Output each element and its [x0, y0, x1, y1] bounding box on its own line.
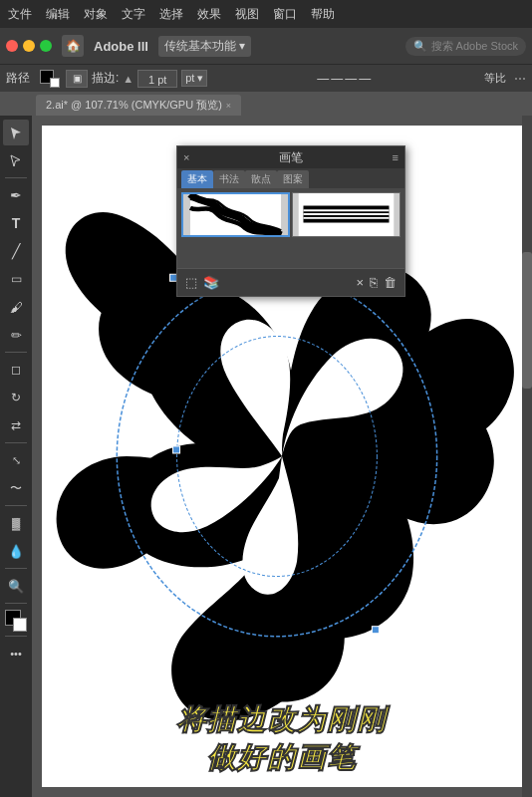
canvas-area: × 画笔 ≡ 基本 书法 散点 图案 — [32, 116, 532, 797]
menu-item-选择[interactable]: 选择 — [159, 6, 183, 23]
more-tools[interactable]: ••• — [3, 641, 29, 666]
menu-bar: const pd = JSON.parse(document.getElemen… — [0, 0, 532, 28]
brush-swatch-1[interactable] — [181, 192, 290, 237]
menu-item-帮助[interactable]: 帮助 — [311, 6, 335, 23]
tool-separator-1 — [5, 177, 27, 178]
search-bar[interactable]: 🔍 搜索 Adobe Stock — [405, 37, 526, 56]
rotate-tool[interactable]: ↻ — [3, 385, 29, 410]
menu-item-效果[interactable]: 效果 — [197, 6, 221, 23]
vertical-scrollbar[interactable] — [522, 116, 532, 797]
tool-separator-3 — [5, 442, 27, 443]
select-tool[interactable] — [3, 120, 29, 145]
brush-panel-titlebar: × 画笔 ≡ — [177, 146, 404, 168]
close-btn[interactable] — [6, 40, 18, 52]
path-label: 路径 — [6, 70, 30, 87]
brush-panel: × 画笔 ≡ 基本 书法 散点 图案 — [176, 145, 405, 297]
paintbrush-tool[interactable]: 🖌 — [3, 294, 29, 320]
background-color[interactable] — [13, 618, 27, 632]
brush-grid — [177, 188, 404, 268]
main-area: ✒ T ╱ ▭ 🖌 ✏ ◻ ↻ ⇄ ⤡ 〜 — [0, 116, 532, 797]
menu-item-窗口[interactable]: 窗口 — [273, 6, 297, 23]
brush-panel-menu-btn[interactable]: ≡ — [393, 151, 399, 163]
brush-lib-btn[interactable]: 📚 — [203, 275, 219, 290]
brush-tab-basic[interactable]: 基本 — [181, 170, 213, 188]
brush-duplicate-btn[interactable]: ⎘ — [370, 275, 378, 290]
direct-select-tool[interactable] — [3, 147, 29, 173]
tab-close-btn[interactable]: × — [226, 101, 231, 111]
color-boxes[interactable] — [3, 610, 29, 632]
brush-tabs: 基本 书法 散点 图案 — [177, 168, 404, 188]
tool-separator-5 — [5, 568, 27, 569]
scrollbar-thumb[interactable] — [522, 252, 532, 389]
stroke-color-box[interactable] — [40, 70, 60, 88]
menu-item-视图[interactable]: 视图 — [235, 6, 259, 23]
toolbar-top: 🏠 Adobe III 传统基本功能 ▾ 🔍 搜索 Adobe Stock — [0, 28, 532, 64]
eyedropper-tool[interactable]: 💧 — [3, 538, 29, 564]
maximize-btn[interactable] — [40, 40, 52, 52]
minimize-btn[interactable] — [23, 40, 35, 52]
brush-toolbar: ⬚ 📚 × ⎘ 🗑 — [177, 268, 404, 296]
workspace-button[interactable]: 传统基本功能 ▾ — [158, 36, 251, 57]
brush-tab-calligraph[interactable]: 书法 — [213, 170, 245, 188]
zoom-tool[interactable]: 🔍 — [3, 573, 29, 599]
equal-ratio-label: 等比 — [484, 71, 506, 86]
brush-swatch-2[interactable] — [292, 192, 400, 237]
pen-tool[interactable]: ✒ — [3, 182, 29, 208]
menu-item-文字[interactable]: 文字 — [122, 6, 145, 23]
brush-options-btn[interactable]: 🗑 — [384, 275, 397, 290]
home-button[interactable]: 🏠 — [62, 35, 84, 57]
document-tab[interactable]: 2.ai* @ 107.71% (CMYK/GPU 预览) × — [36, 95, 241, 116]
shape-tool[interactable]: ▭ — [3, 266, 29, 292]
scale-tool[interactable]: ⤡ — [3, 447, 29, 473]
eraser-tool[interactable]: ◻ — [3, 357, 29, 383]
stroke-value-input[interactable]: 1 pt — [137, 70, 177, 88]
menu-item-对象[interactable]: 对象 — [84, 6, 108, 23]
toolbar-expand-icon[interactable]: ⋯ — [514, 72, 526, 86]
brush-panel-title: 画笔 — [279, 149, 303, 166]
stroke-label: 描边: — [92, 70, 119, 87]
brush-delete-btn[interactable]: × — [356, 275, 364, 290]
svg-rect-4 — [173, 446, 180, 453]
tool-separator-2 — [5, 352, 27, 353]
menu-item-编辑[interactable]: 编辑 — [46, 6, 70, 23]
brush-new-btn[interactable]: ⬚ — [185, 275, 197, 290]
svg-rect-5 — [372, 627, 379, 634]
gradient-tool[interactable]: ▓ — [3, 510, 29, 536]
tool-separator-7 — [5, 636, 27, 637]
brush-tab-scatter[interactable]: 散点 — [245, 170, 277, 188]
pencil-tool[interactable]: ✏ — [3, 322, 29, 348]
app-name: Adobe III — [94, 39, 148, 54]
tool-separator-6 — [5, 603, 27, 604]
stroke-type-selector[interactable]: ▣ — [66, 70, 88, 88]
tab-bar: 2.ai* @ 107.71% (CMYK/GPU 预览) × — [0, 92, 532, 116]
search-icon: 🔍 — [413, 40, 427, 53]
menu-item-文件[interactable]: 文件 — [8, 6, 32, 23]
tab-label: 2.ai* @ 107.71% (CMYK/GPU 预览) — [46, 98, 222, 113]
brush-tab-pattern[interactable]: 图案 — [277, 170, 309, 188]
brush-panel-drag-handle[interactable]: × — [183, 151, 189, 163]
warp-tool[interactable]: 〜 — [3, 475, 29, 501]
line-style-area: ———— — [211, 72, 478, 86]
unit-select[interactable]: pt ▾ — [181, 70, 207, 87]
brush-panel-controls: ≡ — [393, 151, 399, 163]
tool-separator-4 — [5, 505, 27, 506]
type-tool[interactable]: T — [3, 210, 29, 236]
mirror-tool[interactable]: ⇄ — [3, 412, 29, 438]
stroke-up-arrow[interactable]: ▲ — [123, 73, 133, 85]
tools-panel: ✒ T ╱ ▭ 🖌 ✏ ◻ ↻ ⇄ ⤡ 〜 — [0, 116, 32, 797]
toolbar-second: 路径 ▣ 描边: ▲ 1 pt pt ▾ ———— 等比 ⋯ — [0, 64, 532, 92]
line-tool[interactable]: ╱ — [3, 238, 29, 264]
traffic-lights — [6, 40, 52, 52]
